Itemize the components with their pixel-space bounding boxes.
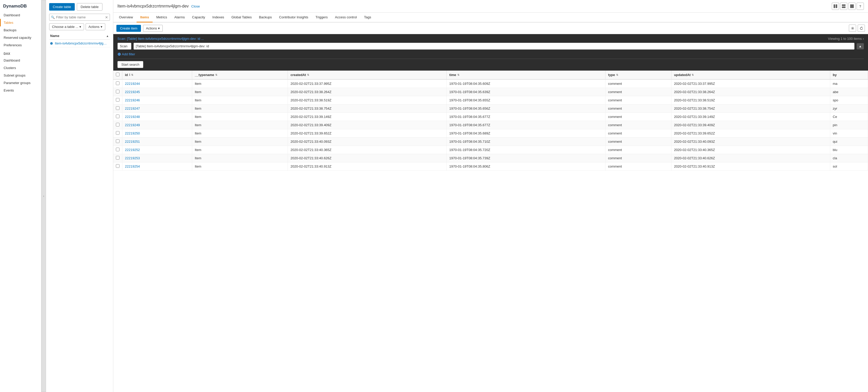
- tab-items[interactable]: Items: [136, 13, 153, 23]
- table-actions-row: Choose a table ... ▾ Actions ▾: [49, 23, 110, 30]
- tab-capacity[interactable]: Capacity: [189, 13, 209, 23]
- row-type-4: comment: [605, 113, 671, 121]
- row-checkbox-1[interactable]: [116, 90, 120, 93]
- sidebar-item-dax-dashboard[interactable]: Dashboard: [0, 57, 41, 64]
- row-checkbox-7[interactable]: [116, 139, 120, 143]
- app-title: DynamoDB: [0, 0, 41, 11]
- typename-sort-icon[interactable]: ⇅: [215, 73, 217, 76]
- row-checkbox-0[interactable]: [116, 81, 120, 85]
- type-sort-icon[interactable]: ⇅: [616, 73, 618, 76]
- id-sort-icon[interactable]: ⇅: [131, 73, 133, 76]
- sidebar-item-parameter-groups[interactable]: Parameter groups: [0, 79, 41, 87]
- sidebar-item-clusters[interactable]: Clusters: [0, 64, 41, 72]
- tab-global-tables[interactable]: Global Tables: [228, 13, 255, 23]
- row-by-5: pin: [830, 121, 868, 129]
- add-filter-button[interactable]: ⊕ Add filter: [117, 52, 135, 57]
- tab-indexes[interactable]: Indexes: [209, 13, 228, 23]
- help-icon: ?: [859, 4, 861, 8]
- row-checkbox-3[interactable]: [116, 106, 120, 110]
- sidebar-item-events[interactable]: Events: [0, 87, 41, 94]
- row-id-5[interactable]: 22219249: [122, 121, 192, 129]
- sidebar-item-reserved-capacity[interactable]: Reserved capacity: [0, 34, 41, 41]
- row-checkbox-cell: [113, 113, 122, 121]
- row-checkbox-2[interactable]: [116, 98, 120, 102]
- row-id-10[interactable]: 22219254: [122, 162, 192, 171]
- actions-items-dropdown[interactable]: Actions ▾: [143, 25, 163, 32]
- row-typename-2: Item: [192, 96, 288, 104]
- row-checkbox-10[interactable]: [116, 164, 120, 168]
- sidebar-item-preferences[interactable]: Preferences: [0, 41, 41, 49]
- tab-tags[interactable]: Tags: [361, 13, 375, 23]
- delete-table-button[interactable]: Delete table: [77, 3, 102, 10]
- actions-dropdown[interactable]: Actions ▾: [86, 23, 105, 30]
- row-time-1: 1970-01-19T08:04:35.639Z: [447, 88, 606, 96]
- layout-icon-2[interactable]: [840, 3, 847, 10]
- row-checkbox-4[interactable]: [116, 115, 120, 118]
- create-table-button[interactable]: Create table: [49, 3, 75, 10]
- help-icon-btn[interactable]: ?: [857, 3, 864, 10]
- refresh-icon-btn[interactable]: [858, 25, 865, 32]
- sidebar-item-dashboard[interactable]: Dashboard: [0, 11, 41, 19]
- sidebar-collapse-btn[interactable]: ‹: [41, 0, 46, 392]
- row-typename-3: Item: [192, 104, 288, 113]
- scan-table-select[interactable]: [Table] Item-is4vbmcpx5drzcrrtmrmv4jlgm-…: [133, 43, 855, 50]
- sort-icon[interactable]: ▲: [106, 34, 109, 37]
- header-icons: ?: [832, 3, 864, 10]
- tab-alarms[interactable]: Alarms: [171, 13, 188, 23]
- table-list-header: Name ▲: [49, 32, 110, 39]
- row-id-4[interactable]: 22219248: [122, 113, 192, 121]
- viewing-info: Viewing 1 to 100 items ›: [828, 37, 864, 41]
- svg-point-5: [852, 28, 853, 29]
- row-time-9: 1970-01-19T08:04:35.739Z: [447, 154, 606, 162]
- chevron-right-icon[interactable]: ›: [863, 37, 864, 41]
- row-createdAt-8: 2020-02-02T21:33:40.365Z: [288, 146, 447, 154]
- row-id-0[interactable]: 22219244: [122, 79, 192, 88]
- row-type-3: comment: [605, 104, 671, 113]
- row-id-8[interactable]: 22219252: [122, 146, 192, 154]
- layout-icon-1[interactable]: [832, 3, 839, 10]
- choose-table-chevron: ▾: [80, 25, 81, 29]
- close-link[interactable]: Close: [191, 4, 200, 8]
- tab-metrics[interactable]: Metrics: [153, 13, 171, 23]
- sidebar-item-tables[interactable]: Tables: [0, 19, 41, 26]
- tab-backups[interactable]: Backups: [255, 13, 275, 23]
- updatedAt-sort-icon[interactable]: ⇅: [692, 73, 694, 76]
- create-item-button[interactable]: Create item: [116, 25, 141, 32]
- filter-table-input[interactable]: [49, 14, 110, 21]
- row-id-7[interactable]: 22219251: [122, 137, 192, 146]
- time-sort-icon[interactable]: ⇅: [457, 73, 459, 76]
- row-type-0: comment: [605, 79, 671, 88]
- start-search-button[interactable]: Start search: [117, 61, 143, 68]
- row-type-8: comment: [605, 146, 671, 154]
- row-checkbox-9[interactable]: [116, 156, 120, 160]
- row-checkbox-6[interactable]: [116, 131, 120, 135]
- table-list-item[interactable]: Item-is4vbmcpx5drzcrrtmrmv4jlgm-c: [49, 39, 110, 47]
- tab-contributor-insights[interactable]: Contributor Insights: [275, 13, 312, 23]
- layout-icon-3[interactable]: [848, 3, 856, 10]
- settings-icon-btn[interactable]: [849, 25, 856, 32]
- row-checkbox-8[interactable]: [116, 148, 120, 151]
- row-checkbox-5[interactable]: [116, 123, 120, 126]
- scan-collapse-btn[interactable]: ▲: [857, 43, 864, 50]
- row-id-6[interactable]: 22219250: [122, 129, 192, 137]
- createdAt-sort-icon[interactable]: ⇅: [307, 73, 309, 76]
- table-status-dot: [50, 42, 53, 45]
- row-id-1[interactable]: 22219245: [122, 88, 192, 96]
- tab-access-control[interactable]: Access control: [331, 13, 361, 23]
- sidebar-item-backups[interactable]: Backups: [0, 26, 41, 34]
- select-all-checkbox[interactable]: [116, 73, 120, 76]
- row-id-3[interactable]: 22219247: [122, 104, 192, 113]
- row-createdAt-4: 2020-02-02T21:33:39.149Z: [288, 113, 447, 121]
- choose-table-dropdown[interactable]: Choose a table ... ▾: [49, 23, 84, 30]
- scan-type-select[interactable]: Scan Query: [117, 43, 131, 50]
- clear-filter-icon[interactable]: ✕: [105, 15, 108, 20]
- row-updatedAt-10: 2020-02-02T21:33:40.913Z: [671, 162, 830, 171]
- row-by-10: sol: [830, 162, 868, 171]
- tab-overview[interactable]: Overview: [115, 13, 136, 23]
- tab-triggers[interactable]: Triggers: [312, 13, 331, 23]
- row-updatedAt-2: 2020-02-02T21:33:38.519Z: [671, 96, 830, 104]
- row-id-9[interactable]: 22219253: [122, 154, 192, 162]
- row-id-2[interactable]: 22219246: [122, 96, 192, 104]
- sidebar-item-subnet-groups[interactable]: Subnet groups: [0, 72, 41, 79]
- row-by-3: zyr: [830, 104, 868, 113]
